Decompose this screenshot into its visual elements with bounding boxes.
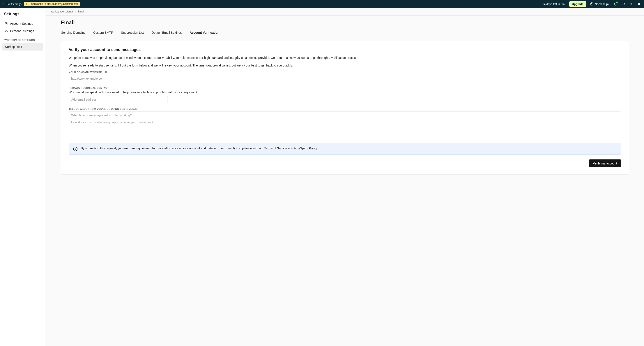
- badge-dot-icon: [26, 3, 28, 5]
- sidebar-item-personal-settings[interactable]: Personal Settings: [2, 27, 43, 35]
- consent-text-3: .: [317, 147, 318, 150]
- consent-text-2: and: [287, 147, 294, 150]
- tab-account-verification[interactable]: Account Verification: [189, 29, 220, 37]
- notification-badge-dot: [616, 1, 618, 3]
- svg-point-2: [631, 3, 632, 4]
- main-content: Workspace settings / Email Email Sending…: [46, 8, 644, 346]
- breadcrumb-current: Email: [78, 10, 84, 13]
- breadcrumb-parent[interactable]: Workspace settings: [50, 10, 74, 13]
- building-icon: [4, 22, 8, 25]
- tab-custom-smtp[interactable]: Custom SMTP: [93, 29, 114, 37]
- trial-days-text: 14 days left in trial: [542, 2, 565, 6]
- settings-sidebar: Settings Account Settings Personal Setti…: [0, 8, 46, 346]
- company-url-input[interactable]: [69, 75, 621, 82]
- verify-account-button[interactable]: Verify my account: [589, 160, 621, 167]
- company-url-label: YOUR COMPANY WEBSITE URL: [69, 71, 621, 73]
- svg-point-3: [638, 3, 640, 4]
- id-card-icon: [4, 29, 8, 33]
- consent-text-1: By submitting this request, you are gran…: [81, 147, 264, 150]
- gear-icon[interactable]: [629, 2, 633, 6]
- breadcrumb-separator: /: [75, 10, 76, 13]
- sidebar-section-label: WORKSPACE SETTINGS: [2, 35, 43, 43]
- tab-default-email-settings[interactable]: Default Email Settings: [151, 29, 182, 37]
- usage-description-textarea[interactable]: [69, 112, 621, 136]
- upgrade-button[interactable]: Upgrade: [569, 1, 586, 7]
- panel-intro-2: When you're ready to start sending, fill…: [69, 63, 621, 68]
- notifications-icon[interactable]: [613, 2, 617, 6]
- panel-intro-1: We pride ourselves on providing peace of…: [69, 56, 621, 60]
- terms-of-service-link[interactable]: Terms of Service: [264, 147, 287, 150]
- technical-contact-input[interactable]: [69, 96, 168, 103]
- topbar: Exit Settings Emails send to ami.academy…: [0, 0, 644, 8]
- breadcrumb: Workspace settings / Email: [46, 8, 644, 15]
- exit-settings-label: Exit Settings: [6, 2, 22, 6]
- svg-point-8: [75, 148, 76, 148]
- technical-contact-desc: Who would we speak with if we need to he…: [69, 91, 621, 94]
- chat-icon[interactable]: [621, 2, 625, 6]
- user-icon[interactable]: [637, 2, 641, 6]
- need-help-link[interactable]: Need help?: [590, 2, 610, 6]
- svg-rect-6: [6, 31, 8, 32]
- email-destination-badge: Emails send to ami.academy@customer.io: [24, 2, 80, 6]
- sidebar-title: Settings: [2, 12, 43, 20]
- sidebar-item-label: Personal Settings: [10, 29, 34, 33]
- help-circle-icon: [590, 2, 594, 6]
- technical-contact-label: PRIMARY TECHNICAL CONTACT: [69, 87, 621, 89]
- need-help-label: Need help?: [595, 2, 610, 6]
- sidebar-item-label: Account Settings: [10, 22, 33, 25]
- email-tabs: Sending Domains Custom SMTP Suppression …: [61, 29, 629, 37]
- anti-spam-policy-link[interactable]: Anti-Spam Policy: [294, 147, 317, 150]
- badge-text: Emails send to ami.academy@customer.io: [29, 2, 78, 5]
- panel-heading: Verify your account to send messages: [69, 47, 621, 52]
- sidebar-item-account-settings[interactable]: Account Settings: [2, 20, 43, 27]
- tab-sending-domains[interactable]: Sending Domains: [61, 29, 86, 37]
- exit-settings-link[interactable]: Exit Settings: [3, 2, 22, 6]
- chevron-left-icon: [3, 3, 5, 5]
- page-title: Email: [61, 19, 629, 26]
- usage-description-label: TELL US ABOUT HOW YOU'LL BE USING CUSTOM…: [69, 108, 621, 110]
- svg-rect-4: [5, 22, 7, 25]
- tab-suppression-list[interactable]: Suppression List: [121, 29, 144, 37]
- sidebar-item-label: Workspace 1: [4, 45, 22, 48]
- verification-panel: Verify your account to send messages We …: [61, 41, 629, 174]
- sidebar-item-workspace-1[interactable]: Workspace 1: [2, 43, 43, 50]
- consent-info-box: By submitting this request, you are gran…: [69, 143, 621, 155]
- info-icon: [73, 147, 78, 151]
